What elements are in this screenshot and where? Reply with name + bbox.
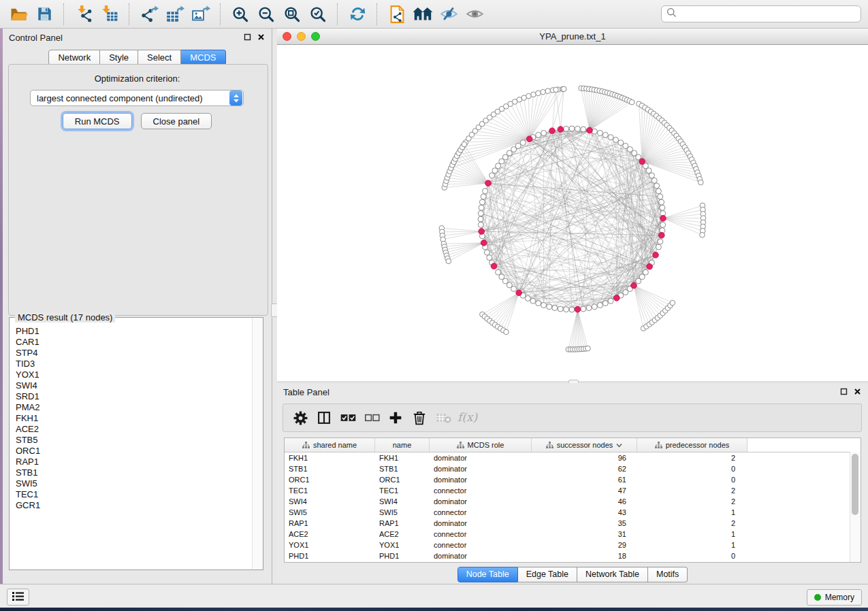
mcds-result-item[interactable]: SRD1 <box>16 391 252 402</box>
network-document-icon[interactable] <box>385 3 408 25</box>
task-history-button[interactable] <box>7 589 29 606</box>
network-window-titlebar[interactable]: YPA_prune.txt_1 <box>277 29 868 45</box>
table-row[interactable]: ORC1ORC1dominator610 <box>285 474 861 485</box>
table-row[interactable]: RAP1RAP1dominator352 <box>285 518 861 529</box>
mcds-result-item[interactable]: SWI5 <box>16 478 252 489</box>
table-row[interactable]: YOX1YOX1connector291 <box>285 540 861 550</box>
table-row[interactable]: PHD1PHD1dominator180 <box>285 550 861 561</box>
tab-network[interactable]: Network <box>48 50 100 65</box>
close-panel-icon[interactable] <box>854 388 861 395</box>
mcds-result-item[interactable]: TID3 <box>16 359 252 369</box>
add-row-icon[interactable] <box>385 406 406 429</box>
optimization-criterion-select[interactable]: largest connected component (undirected) <box>30 90 244 106</box>
table-cell: SWI5 <box>285 507 375 518</box>
vertical-splitter[interactable] <box>272 29 277 584</box>
tab-select[interactable]: Select <box>138 50 181 65</box>
mcds-result-item[interactable]: RAP1 <box>16 457 252 467</box>
close-panel-icon[interactable] <box>257 33 265 41</box>
import-network-icon[interactable] <box>72 3 95 25</box>
search-input[interactable] <box>677 8 856 20</box>
zoom-out-icon[interactable] <box>255 3 278 25</box>
run-mcds-button[interactable]: Run MCDS <box>63 113 132 129</box>
zoom-in-icon[interactable] <box>229 3 252 25</box>
table-cell: FKH1 <box>375 452 430 463</box>
zoom-selected-icon[interactable] <box>306 3 329 25</box>
tab-network-table[interactable]: Network Table <box>577 567 648 582</box>
mcds-result-item[interactable]: CAR1 <box>16 337 252 348</box>
mcds-result-item[interactable]: ORC1 <box>16 446 252 457</box>
tab-mcds[interactable]: MCDS <box>181 50 225 65</box>
table-cell: 1 <box>637 540 748 550</box>
zoom-fit-icon[interactable] <box>280 3 304 25</box>
mcds-result-item[interactable]: YOX1 <box>16 369 252 380</box>
column-header-shared-name[interactable]: shared name <box>285 438 375 452</box>
memory-button[interactable]: Memory <box>807 589 862 606</box>
save-session-icon[interactable] <box>33 3 56 25</box>
optimization-criterion-label: Optimization criterion: <box>3 73 272 84</box>
table-cell: dominator <box>430 452 532 463</box>
hide-selected-eye-icon[interactable] <box>437 3 460 25</box>
mcds-result-item[interactable]: ACE2 <box>16 424 252 435</box>
column-header-successor-nodes[interactable]: successor nodes <box>532 438 637 452</box>
search-box[interactable] <box>661 5 861 22</box>
tab-style[interactable]: Style <box>100 50 138 65</box>
table-row[interactable]: FKH1FKH1dominator962 <box>285 452 861 463</box>
toolbar-buttons-container <box>5 3 487 25</box>
settings-gear-icon[interactable] <box>290 406 310 429</box>
table-cell: PHD1 <box>375 550 430 561</box>
float-panel-icon[interactable] <box>244 33 251 41</box>
mcds-result-item[interactable]: SWI4 <box>16 380 252 391</box>
mcds-result-item[interactable]: STP4 <box>16 348 252 359</box>
column-header-name[interactable]: name <box>375 438 430 452</box>
column-tree-icon <box>655 442 662 449</box>
network-view-canvas[interactable] <box>277 45 868 381</box>
table-cell: 2 <box>637 518 748 529</box>
import-table-icon[interactable] <box>98 3 121 25</box>
mcds-result-item[interactable]: STB5 <box>16 435 252 446</box>
network-graph-svg[interactable] <box>277 45 868 381</box>
table-row[interactable]: STB1STB1dominator620 <box>285 463 861 474</box>
tab-edge-table[interactable]: Edge Table <box>518 567 577 582</box>
table-row[interactable]: SWI5SWI5connector431 <box>285 507 861 518</box>
toolbar-separator <box>337 3 338 25</box>
deselect-all-icon[interactable] <box>361 406 382 429</box>
mcds-result-item[interactable]: PMA2 <box>16 402 252 413</box>
export-network-icon[interactable] <box>138 3 161 25</box>
table-row[interactable]: TEC1TEC1connector472 <box>285 485 861 496</box>
refresh-layout-icon[interactable] <box>346 3 369 25</box>
table-cell: 0 <box>637 550 748 561</box>
close-panel-button[interactable]: Close panel <box>141 113 212 129</box>
table-cell: 96 <box>532 452 637 463</box>
tab-motifs[interactable]: Motifs <box>648 567 688 582</box>
table-row[interactable]: ACE2ACE2connector311 <box>285 529 861 540</box>
select-all-check-icon[interactable] <box>338 406 358 429</box>
mcds-result-list[interactable]: PHD1CAR1STP4TID3YOX1SWI4SRD1PMA2FKH1ACE2… <box>10 320 252 569</box>
mcds-result-item[interactable]: GCR1 <box>16 500 252 511</box>
node-table-scrollbar[interactable] <box>850 452 861 562</box>
delete-row-trash-icon[interactable] <box>409 406 430 429</box>
open-file-icon[interactable] <box>7 3 30 25</box>
mcds-result-item[interactable]: PHD1 <box>16 326 252 337</box>
column-header-label: name <box>393 441 412 449</box>
mcds-result-item[interactable]: TEC1 <box>16 489 252 500</box>
column-header-predecessor-nodes[interactable]: predecessor nodes <box>637 438 748 452</box>
control-panel-title: Control Panel <box>9 33 63 43</box>
mcds-result-item[interactable]: FKH1 <box>16 413 252 424</box>
table-cell: ORC1 <box>375 474 430 485</box>
column-layout-icon[interactable] <box>314 406 334 429</box>
table-cell: STB1 <box>375 463 430 474</box>
export-table-icon[interactable] <box>163 3 187 25</box>
first-neighbors-houses-icon[interactable] <box>411 3 434 25</box>
node-table-scrollbar-thumb[interactable] <box>852 454 858 515</box>
tab-node-table[interactable]: Node Table <box>457 567 518 582</box>
mcds-result-scrollbar[interactable] <box>252 318 263 569</box>
table-cell: SWI5 <box>375 507 430 518</box>
table-cell: 43 <box>532 507 637 518</box>
table-cell: connector <box>430 529 532 540</box>
mcds-result-item[interactable]: STB1 <box>16 467 252 478</box>
sort-desc-icon[interactable] <box>616 443 622 448</box>
export-image-icon[interactable] <box>189 3 212 25</box>
table-row[interactable]: SWI4SWI4dominator462 <box>285 496 861 507</box>
column-header-MCDS-role[interactable]: MCDS role <box>430 438 532 452</box>
float-panel-icon[interactable] <box>840 388 848 395</box>
